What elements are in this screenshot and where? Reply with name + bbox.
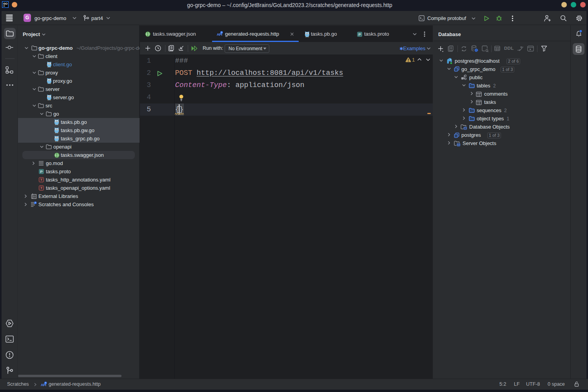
svg-text:GO: GO: [3, 2, 8, 5]
